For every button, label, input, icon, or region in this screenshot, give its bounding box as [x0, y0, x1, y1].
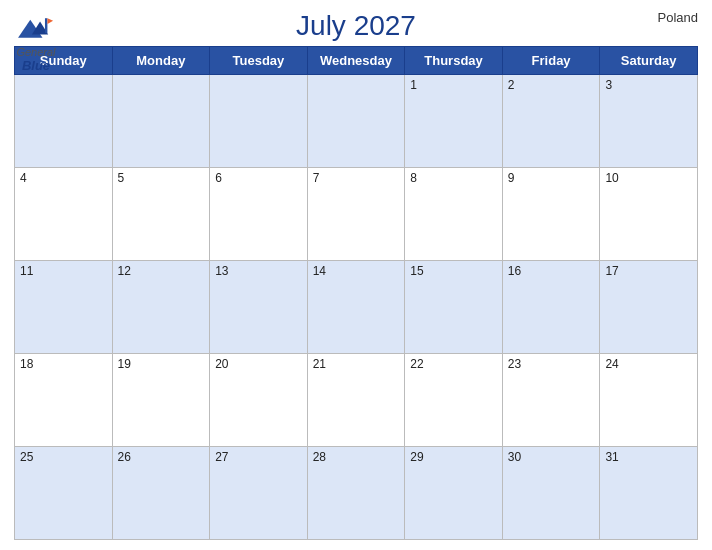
calendar-body: 1234567891011121314151617181920212223242…: [15, 75, 698, 540]
title-block: July 2027: [296, 10, 416, 42]
calendar-cell: 23: [502, 354, 600, 447]
day-number: 9: [508, 171, 515, 185]
calendar-week-row: 18192021222324: [15, 354, 698, 447]
header-friday: Friday: [502, 47, 600, 75]
calendar-cell: 11: [15, 261, 113, 354]
day-number: 11: [20, 264, 33, 278]
calendar-cell: 31: [600, 447, 698, 540]
calendar-cell: 13: [210, 261, 308, 354]
day-number: 27: [215, 450, 228, 464]
day-number: 1: [410, 78, 417, 92]
day-number: 25: [20, 450, 33, 464]
calendar-cell: 16: [502, 261, 600, 354]
svg-marker-3: [47, 18, 53, 24]
svg-rect-2: [45, 18, 47, 33]
day-number: 2: [508, 78, 515, 92]
header-thursday: Thursday: [405, 47, 503, 75]
day-number: 22: [410, 357, 423, 371]
day-number: 17: [605, 264, 618, 278]
calendar-cell: 30: [502, 447, 600, 540]
calendar-cell: [307, 75, 405, 168]
calendar-cell: 9: [502, 168, 600, 261]
header-saturday: Saturday: [600, 47, 698, 75]
calendar-cell: 28: [307, 447, 405, 540]
calendar-week-row: 11121314151617: [15, 261, 698, 354]
calendar-cell: 19: [112, 354, 210, 447]
day-number: 10: [605, 171, 618, 185]
day-number: 28: [313, 450, 326, 464]
calendar-title: July 2027: [296, 10, 416, 41]
logo-general: General: [16, 46, 55, 58]
calendar-cell: 25: [15, 447, 113, 540]
header-tuesday: Tuesday: [210, 47, 308, 75]
calendar-cell: 7: [307, 168, 405, 261]
calendar-cell: 22: [405, 354, 503, 447]
header-wednesday: Wednesday: [307, 47, 405, 75]
calendar-cell: 2: [502, 75, 600, 168]
day-number: 15: [410, 264, 423, 278]
calendar-cell: 6: [210, 168, 308, 261]
calendar-cell: 17: [600, 261, 698, 354]
calendar-cell: 5: [112, 168, 210, 261]
day-number: 16: [508, 264, 521, 278]
calendar-cell: 4: [15, 168, 113, 261]
calendar-cell: [210, 75, 308, 168]
day-number: 12: [118, 264, 131, 278]
day-number: 7: [313, 171, 320, 185]
logo-icon: [14, 10, 58, 46]
calendar-cell: 20: [210, 354, 308, 447]
calendar-cell: 3: [600, 75, 698, 168]
day-number: 8: [410, 171, 417, 185]
calendar-cell: [15, 75, 113, 168]
calendar-cell: 26: [112, 447, 210, 540]
calendar-cell: 14: [307, 261, 405, 354]
day-number: 20: [215, 357, 228, 371]
calendar-week-row: 45678910: [15, 168, 698, 261]
day-number: 23: [508, 357, 521, 371]
calendar-header: General Blue July 2027 Poland: [14, 10, 698, 42]
day-number: 3: [605, 78, 612, 92]
country-label: Poland: [658, 10, 698, 25]
day-number: 14: [313, 264, 326, 278]
day-number: 6: [215, 171, 222, 185]
day-number: 31: [605, 450, 618, 464]
day-number: 24: [605, 357, 618, 371]
weekday-header-row: Sunday Monday Tuesday Wednesday Thursday…: [15, 47, 698, 75]
calendar-cell: [112, 75, 210, 168]
day-number: 13: [215, 264, 228, 278]
day-number: 5: [118, 171, 125, 185]
calendar-cell: 29: [405, 447, 503, 540]
logo-blue: Blue: [22, 58, 50, 73]
day-number: 29: [410, 450, 423, 464]
calendar-cell: 18: [15, 354, 113, 447]
calendar-table: Sunday Monday Tuesday Wednesday Thursday…: [14, 46, 698, 540]
day-number: 30: [508, 450, 521, 464]
day-number: 4: [20, 171, 27, 185]
day-number: 26: [118, 450, 131, 464]
day-number: 21: [313, 357, 326, 371]
calendar-cell: 21: [307, 354, 405, 447]
calendar-page: General Blue July 2027 Poland Sunday Mon…: [0, 0, 712, 550]
header-monday: Monday: [112, 47, 210, 75]
calendar-cell: 12: [112, 261, 210, 354]
calendar-cell: 24: [600, 354, 698, 447]
calendar-cell: 8: [405, 168, 503, 261]
calendar-cell: 10: [600, 168, 698, 261]
calendar-week-row: 123: [15, 75, 698, 168]
calendar-cell: 27: [210, 447, 308, 540]
calendar-week-row: 25262728293031: [15, 447, 698, 540]
calendar-cell: 15: [405, 261, 503, 354]
calendar-cell: 1: [405, 75, 503, 168]
logo: General Blue: [14, 10, 58, 73]
day-number: 19: [118, 357, 131, 371]
day-number: 18: [20, 357, 33, 371]
